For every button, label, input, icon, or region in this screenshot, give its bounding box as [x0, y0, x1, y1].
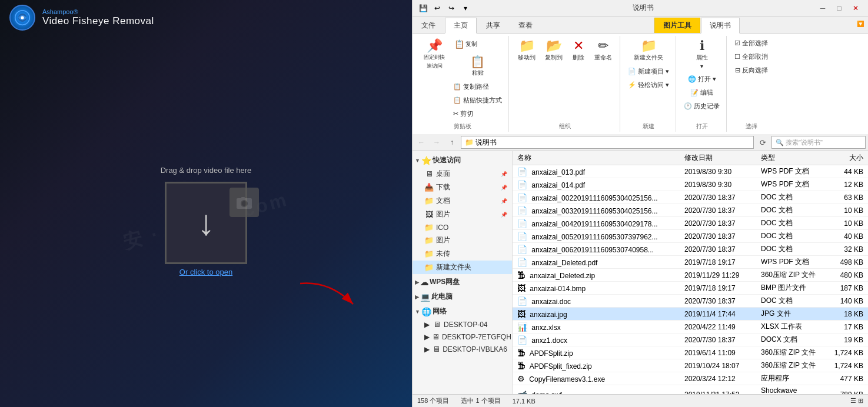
file-row[interactable]: 📄 anxaizai_014.pdf 2019/8/30 9:30 WPS PD…	[513, 178, 868, 191]
sidebar-item-downloads[interactable]: 📥 下载 📌	[413, 181, 512, 194]
paste-icon: 📋	[470, 55, 485, 69]
file-row[interactable]: 🗜 APDFSplit.zip 2019/6/14 11:09 360压缩 ZI…	[513, 346, 868, 359]
file-name-cell: 🖼 anxaizai-014.bmp	[513, 283, 680, 293]
qa-dropdown-button[interactable]: ▾	[460, 2, 471, 14]
qa-save-button[interactable]: 💾	[417, 2, 429, 14]
tab-view[interactable]: 查看	[510, 18, 541, 33]
refresh-button[interactable]: ⟳	[756, 136, 769, 149]
file-row[interactable]: ⚙ CopyFilenamesv3.1.exe 2020/3/24 12:12 …	[513, 372, 868, 385]
file-row[interactable]: 📄 anxaizai_0042019111609530402917​8... 2…	[513, 217, 868, 230]
copy-label: 复制	[465, 40, 477, 48]
new-folder2-icon: 📁	[424, 263, 434, 272]
column-name[interactable]: 名称	[513, 153, 680, 163]
sidebar-item-new-folder[interactable]: 📁 新建文件夹	[413, 261, 512, 274]
file-type-icon: 📄	[517, 206, 527, 215]
sidebar-item-untransferred[interactable]: 📁 未传	[413, 247, 512, 261]
search-box[interactable]: 🔍 搜索"说明书"	[771, 136, 866, 149]
file-row[interactable]: 📄 anxaizai_0062019111609530740958... 202…	[513, 243, 868, 256]
file-row[interactable]: 📊 anxz.xlsx 2020/4/22 11:49 XLSX 工作表 17 …	[513, 321, 868, 333]
copy-button[interactable]: 📋 复制	[450, 37, 505, 51]
tab-manual[interactable]: 说明书	[701, 18, 740, 34]
forward-button[interactable]: →	[430, 136, 443, 149]
easy-access-button[interactable]: ⚡ 轻松访问 ▾	[625, 79, 672, 91]
address-input[interactable]: 📁 说明书	[461, 136, 754, 149]
wps-icon: ☁	[420, 278, 428, 287]
file-name: APDFSplit.zip	[530, 349, 573, 358]
deselect-all-button[interactable]: ☐ 全部取消	[731, 51, 771, 63]
file-row[interactable]: 📄 anxaizai_0032019111609530402515​6... 2…	[513, 204, 868, 217]
file-date-cell: 2020/3/24 12:12	[680, 375, 756, 383]
qa-undo-button[interactable]: ↩	[431, 2, 443, 14]
minimize-button[interactable]: ─	[815, 2, 830, 14]
rename-button[interactable]: ✏ 重命名	[590, 37, 616, 64]
sidebar-item-pictures[interactable]: 🖼 图片 📌	[413, 208, 512, 221]
column-type[interactable]: 类型	[756, 153, 827, 163]
file-type-icon: 🗜	[517, 348, 526, 358]
file-row[interactable]: 📄 anxaizai_013.pdf 2019/8/30 9:30 WPS PD…	[513, 165, 868, 178]
sidebar-item-desktop04[interactable]: ▶ 🖥 DESKTOP-04	[413, 318, 512, 331]
address-path-icon: 📁	[465, 138, 474, 146]
tab-home[interactable]: 主页	[445, 18, 477, 34]
sidebar-quick-access-header[interactable]: ▼ ⭐ 快速访问	[413, 154, 512, 167]
file-row[interactable]: 📹 demo.swf 2019/11/21 17:52 Shockwave Fl…	[513, 385, 868, 394]
back-button[interactable]: ←	[415, 136, 428, 149]
sidebar-item-desktop[interactable]: 🖥 桌面 📌	[413, 167, 512, 181]
new-folder-button[interactable]: 📁 新建文件夹	[630, 37, 667, 64]
file-date-cell: 2020/4/22 11:49	[680, 323, 756, 331]
sidebar-item-pictures2[interactable]: 📁 图片	[413, 233, 512, 247]
file-size-cell: 498 KB	[827, 258, 868, 266]
tab-picture-tools[interactable]: 图片工具	[654, 18, 700, 33]
open-button[interactable]: 🌐 打开 ▾	[685, 73, 719, 85]
sidebar-item-documents[interactable]: 📁 文档 📌	[413, 194, 512, 208]
sidebar-item-desktopivb[interactable]: ▶ 🖥 DESKTOP-IVBLKA6	[413, 343, 512, 355]
file-name: anxaizai-014.bmp	[530, 285, 586, 293]
tab-file[interactable]: 文件	[413, 18, 444, 33]
paste-button[interactable]: 📋 粘贴	[450, 52, 505, 79]
edit-button[interactable]: 📝 编辑	[687, 86, 716, 99]
properties-button[interactable]: ℹ 属性 ▾	[691, 37, 713, 72]
file-size-cell: 18 KB	[827, 310, 868, 318]
file-row[interactable]: 📄 anxaizai_0052019111609530739796​2... 2…	[513, 230, 868, 243]
title-bar: 💾 ↩ ↪ ▾ 说明书 ─ □ ✕	[413, 0, 868, 16]
copy-path-button[interactable]: 📋 复制路径	[450, 81, 505, 93]
file-row[interactable]: 🖼 anxaizai-014.bmp 2019/7/18 19:17 BMP 图…	[513, 282, 868, 295]
delete-button[interactable]: ✕ 删除	[568, 37, 589, 64]
file-row[interactable]: 🖼 anxaizai.jpg 2019/11/4 17:44 JPG 文件 18…	[513, 308, 868, 321]
file-row[interactable]: 📄 anxz1.docx 2020/7/30 18:37 DOCX 文档 19 …	[513, 333, 868, 346]
desktop-label: 桌面	[436, 169, 450, 179]
app-logo	[9, 5, 35, 31]
maximize-button[interactable]: □	[832, 2, 847, 14]
qa-redo-button[interactable]: ↪	[445, 2, 457, 14]
sidebar-network-header[interactable]: ▼ 🌐 网络	[413, 305, 512, 318]
cut-button[interactable]: ✂ 剪切	[450, 108, 505, 120]
sidebar-item-ico[interactable]: 📁 ICO	[413, 221, 512, 233]
history-button[interactable]: 🕐 历史记录	[681, 100, 723, 112]
paste-shortcut-button[interactable]: 📋 粘贴快捷方式	[450, 94, 505, 106]
up-button[interactable]: ↑	[445, 136, 458, 149]
file-row[interactable]: 📄 anxaizai.doc 2020/7/30 18:37 DOC 文档 14…	[513, 295, 868, 308]
column-date[interactable]: 修改日期	[680, 153, 756, 163]
file-type-cell: 360压缩 ZIP 文件	[756, 361, 827, 371]
tab-share[interactable]: 共享	[477, 18, 509, 33]
file-row[interactable]: 📄 anxaizai_Deleted.pdf 2019/7/18 19:17 W…	[513, 256, 868, 269]
file-name: CopyFilenamesv3.1.exe	[529, 375, 605, 383]
sidebar-item-desktop7etg[interactable]: ▶ 🖥 DESKTOP-7ETGFQH	[413, 331, 512, 343]
select-all-button[interactable]: ☑ 全部选择	[731, 37, 771, 49]
ribbon-minimize-icon[interactable]: 🔽	[853, 18, 868, 29]
sidebar-wps-header[interactable]: ▶ ☁ WPS网盘	[413, 275, 512, 289]
properties-arrow: ▾	[700, 63, 703, 69]
file-row[interactable]: 🗜 APDFSplit_fixed.zip 2019/10/24 18:07 3…	[513, 359, 868, 372]
file-row[interactable]: 🗜 anxaizai_Deleted.zip 2019/11/29 11:29 …	[513, 269, 868, 282]
sidebar-pc-header[interactable]: ▶ 💻 此电脑	[413, 290, 512, 303]
invert-selection-button[interactable]: ⊟ 反向选择	[732, 64, 771, 76]
click-open-link[interactable]: Or click to open	[179, 268, 232, 276]
column-size[interactable]: 大小	[827, 153, 868, 163]
file-row[interactable]: 📄 anxaizai_0022019111609530402515​6... 2…	[513, 191, 868, 204]
move-to-button[interactable]: 📁 移动到	[514, 37, 540, 64]
pin-quick-access-button[interactable]: 📌 固定到快 速访问	[420, 37, 449, 120]
close-button[interactable]: ✕	[848, 2, 863, 14]
view-toggle[interactable]: ☰ ⊞	[850, 397, 863, 405]
new-item-button[interactable]: 📄 新建项目 ▾	[625, 65, 672, 78]
copy-to-button[interactable]: 📂 复制到	[541, 37, 567, 64]
drop-area[interactable]: 安 · 小 · 仔 .com Drag & drop video file he…	[0, 35, 412, 407]
